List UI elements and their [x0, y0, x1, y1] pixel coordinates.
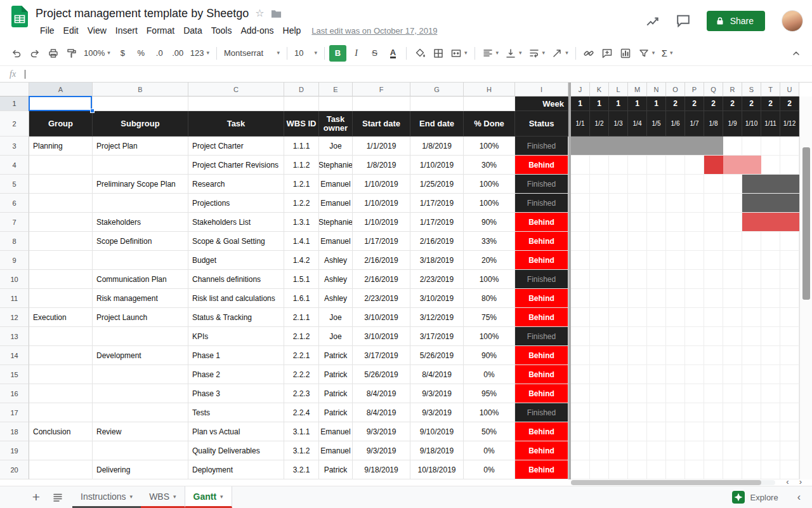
gantt-cell[interactable] [666, 175, 685, 194]
col-header-N[interactable]: N [647, 83, 666, 97]
cell-owner[interactable]: Joe [319, 327, 353, 346]
format-currency-button[interactable]: $ [114, 45, 131, 62]
cell-done[interactable]: 75% [464, 308, 515, 327]
week-number-cell[interactable]: 1 [647, 97, 666, 111]
gantt-cell[interactable] [609, 156, 628, 175]
cell-C1[interactable] [188, 97, 284, 111]
fill-handle[interactable] [90, 109, 95, 113]
gantt-cell[interactable] [761, 403, 780, 422]
gantt-cell[interactable] [571, 213, 590, 232]
gantt-cell[interactable] [609, 232, 628, 251]
gantt-cell[interactable] [761, 289, 780, 308]
menu-view[interactable]: View [83, 24, 111, 37]
gantt-cell[interactable] [628, 384, 647, 403]
cell-done[interactable]: 100% [464, 175, 515, 194]
gantt-cell[interactable] [780, 232, 799, 251]
gantt-cell[interactable] [590, 289, 609, 308]
cell-done[interactable]: 20% [464, 251, 515, 270]
gantt-cell[interactable] [647, 270, 666, 289]
gantt-bar[interactable] [571, 137, 723, 155]
cell-group[interactable] [29, 327, 93, 346]
sheet-tab-wbs[interactable]: WBS▾ [141, 486, 184, 508]
header-subgroup[interactable]: Subgroup [93, 111, 188, 137]
cell-end[interactable]: 1/10/2019 [410, 156, 464, 175]
gantt-cell[interactable] [704, 175, 723, 194]
cell-task[interactable]: Channels definitions [188, 270, 284, 289]
gantt-cell[interactable] [628, 460, 647, 479]
row-header-2[interactable]: 2 [0, 111, 29, 137]
week-date-cell[interactable]: 1/11 [761, 111, 780, 137]
week-date-cell[interactable]: 1/7 [685, 111, 704, 137]
gantt-cell[interactable] [666, 308, 685, 327]
col-header-S[interactable]: S [742, 83, 761, 97]
vertical-align-button[interactable]: ▾ [502, 45, 525, 62]
insert-chart-button[interactable] [617, 45, 634, 62]
gantt-cell[interactable] [571, 289, 590, 308]
cell-D1[interactable] [284, 97, 319, 111]
gantt-cell[interactable] [609, 308, 628, 327]
cell-wbs[interactable]: 1.1.2 [284, 156, 319, 175]
gantt-cell[interactable] [628, 289, 647, 308]
gantt-cell[interactable] [590, 232, 609, 251]
cell-task[interactable]: Phase 2 [188, 365, 284, 384]
gantt-cell[interactable] [571, 403, 590, 422]
col-header-I[interactable]: I [515, 83, 568, 97]
gantt-cell[interactable] [647, 251, 666, 270]
cell-group[interactable]: Conclusion [29, 422, 93, 441]
gantt-cell[interactable] [590, 460, 609, 479]
gantt-cell[interactable] [685, 365, 704, 384]
gantt-cell[interactable] [780, 441, 799, 460]
all-sheets-button[interactable] [47, 486, 69, 508]
gantt-cell[interactable] [628, 365, 647, 384]
week-date-cell[interactable]: 1/1 [571, 111, 590, 137]
menu-help[interactable]: Help [278, 24, 306, 37]
cell-task[interactable]: Scope & Goal Setting [188, 232, 284, 251]
document-title[interactable]: Project management template by Sheetgo [36, 7, 249, 20]
header-task[interactable]: Task [188, 111, 284, 137]
gantt-cell[interactable] [742, 308, 761, 327]
gantt-cell[interactable] [761, 308, 780, 327]
cell-task[interactable]: Phase 3 [188, 384, 284, 403]
gantt-cell[interactable] [666, 441, 685, 460]
cell-owner[interactable]: Joe [319, 137, 353, 156]
gantt-cell[interactable] [647, 441, 666, 460]
week-number-cell[interactable]: 2 [685, 97, 704, 111]
gantt-bar[interactable] [723, 156, 761, 174]
zoom-select[interactable]: 100% ▾ [81, 45, 113, 62]
cell-start[interactable]: 8/4/2019 [353, 403, 410, 422]
week-number-cell[interactable]: 1 [609, 97, 628, 111]
gantt-cell[interactable] [571, 156, 590, 175]
gantt-cell[interactable] [571, 232, 590, 251]
cell-owner[interactable]: Patrick [319, 403, 353, 422]
gantt-cell[interactable] [704, 251, 723, 270]
gantt-cell[interactable] [609, 194, 628, 213]
gantt-cell[interactable] [685, 232, 704, 251]
gantt-cell[interactable] [628, 175, 647, 194]
col-header-F[interactable]: F [353, 83, 410, 97]
gantt-cell[interactable] [666, 384, 685, 403]
gantt-cell[interactable] [761, 346, 780, 365]
cell-subgroup[interactable]: Communication Plan [93, 270, 188, 289]
cell-group[interactable] [29, 403, 93, 422]
vertical-scrollbar[interactable] [799, 97, 812, 479]
cell-done[interactable]: 33% [464, 232, 515, 251]
gantt-cell[interactable] [628, 422, 647, 441]
share-button[interactable]: Share [707, 11, 765, 31]
cell-task[interactable]: Status & Tracking [188, 308, 284, 327]
cell-start[interactable]: 3/10/2019 [353, 308, 410, 327]
gantt-cell[interactable] [761, 251, 780, 270]
header-owner[interactable]: Task owner [319, 111, 353, 137]
gantt-cell[interactable] [780, 251, 799, 270]
cell-task[interactable]: Projections [188, 194, 284, 213]
gantt-bar[interactable] [742, 175, 799, 193]
gantt-cell[interactable] [590, 308, 609, 327]
cell-done[interactable]: 90% [464, 213, 515, 232]
cell-B1[interactable] [93, 97, 188, 111]
cell-wbs[interactable]: 2.1.1 [284, 308, 319, 327]
cell-wbs[interactable]: 3.2.1 [284, 460, 319, 479]
gantt-cell[interactable] [590, 422, 609, 441]
status-cell[interactable]: Finished [515, 403, 568, 422]
gantt-cell[interactable] [571, 365, 590, 384]
cell-done[interactable]: 0% [464, 460, 515, 479]
cell-start[interactable]: 9/3/2019 [353, 422, 410, 441]
